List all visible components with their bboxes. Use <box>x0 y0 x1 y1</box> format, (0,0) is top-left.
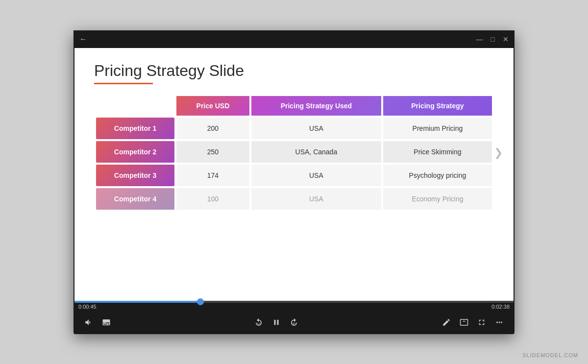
header-pricing-strategy-used: Pricing Strategy Used <box>251 96 381 116</box>
minimize-button[interactable]: — <box>476 35 483 43</box>
pricing-table-wrapper: Price USD Pricing Strategy Used Pricing … <box>94 94 494 212</box>
strategy-value: Premium Pricing <box>383 118 492 139</box>
region-value: USA <box>251 118 381 139</box>
play-pause-button[interactable] <box>272 318 281 327</box>
next-slide-arrow[interactable]: ❯ <box>494 146 503 159</box>
total-time: 0:02:38 <box>491 304 510 310</box>
watermark: SLIDEMODEL.COM <box>522 352 578 358</box>
rewind-label: 10 <box>257 322 261 326</box>
region-value: USA <box>251 188 381 210</box>
strategy-value: Economy Pricing <box>383 188 492 210</box>
media-player-window: ← — □ ✕ Pricing Strategy Slide Price USD… <box>74 30 514 334</box>
controls-left <box>84 318 111 327</box>
price-value: 174 <box>176 165 249 186</box>
title-bar-left: ← <box>79 35 87 44</box>
controls-center: 10 30 <box>254 318 298 327</box>
screen-button[interactable] <box>460 318 468 327</box>
title-bar-controls: — □ ✕ <box>476 35 509 43</box>
progress-bar-area[interactable] <box>74 301 514 303</box>
competitor-label: Competitor 1 <box>96 118 174 139</box>
slide-title: Pricing Strategy Slide <box>94 62 494 80</box>
forward-label: 30 <box>292 322 296 326</box>
forward-button[interactable]: 30 <box>290 318 298 327</box>
region-value: USA, Canada <box>251 141 381 163</box>
table-header-row: Price USD Pricing Strategy Used Pricing … <box>96 96 492 116</box>
pen-button[interactable] <box>442 318 451 327</box>
slide-area: Pricing Strategy Slide Price USD Pricing… <box>74 48 514 334</box>
title-bar: ← — □ ✕ <box>74 30 514 48</box>
time-row: 0:00:45 0:02:38 <box>74 303 514 311</box>
region-value: USA <box>251 165 381 186</box>
price-value: 200 <box>176 118 249 139</box>
back-button[interactable]: ← <box>79 35 87 44</box>
table-row: Competitor 4100USAEconomy Pricing <box>96 188 492 210</box>
progress-thumb[interactable] <box>197 298 204 305</box>
controls-right <box>442 318 504 327</box>
competitor-label: Competitor 4 <box>96 188 174 210</box>
table-row: Competitor 2250USA, CanadaPrice Skimming <box>96 141 492 163</box>
rewind-button[interactable]: 10 <box>254 318 263 327</box>
fullscreen-button[interactable] <box>477 318 486 327</box>
header-pricing-strategy: Pricing Strategy <box>383 96 492 116</box>
competitor-label: Competitor 2 <box>96 141 174 163</box>
current-time: 0:00:45 <box>78 304 97 310</box>
pricing-table: Price USD Pricing Strategy Used Pricing … <box>94 94 494 212</box>
slide-title-underline <box>94 83 153 84</box>
competitor-label: Competitor 3 <box>96 165 174 186</box>
price-value: 100 <box>176 188 249 210</box>
strategy-value: Psychology pricing <box>383 165 492 186</box>
header-price-usd: Price USD <box>176 96 249 116</box>
controls-bar: 10 30 <box>74 311 514 334</box>
slide-content: Pricing Strategy Slide Price USD Pricing… <box>74 48 514 301</box>
header-empty <box>96 96 174 116</box>
strategy-value: Price Skimming <box>383 141 492 163</box>
progress-fill <box>74 301 200 303</box>
restore-button[interactable]: □ <box>491 35 495 43</box>
captions-button[interactable] <box>102 318 111 327</box>
volume-button[interactable] <box>84 318 93 327</box>
table-row: Competitor 1200USAPremium Pricing <box>96 118 492 139</box>
price-value: 250 <box>176 141 249 163</box>
table-row: Competitor 3174USAPsychology pricing <box>96 165 492 186</box>
more-options-button[interactable] <box>495 318 504 327</box>
close-button[interactable]: ✕ <box>503 35 509 43</box>
